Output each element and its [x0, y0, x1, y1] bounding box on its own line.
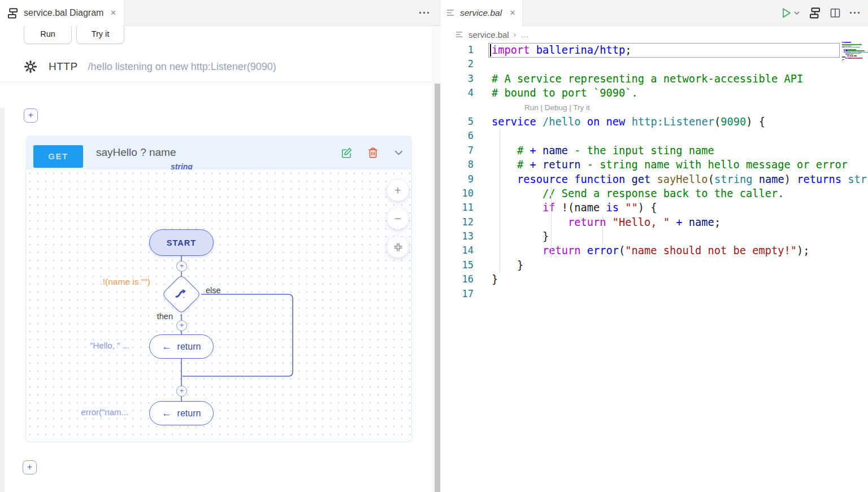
code-line[interactable]: 2: [441, 57, 868, 71]
resource-card-header: GET sayHello ? name string: [25, 136, 412, 169]
return-node-1[interactable]: ← return: [149, 334, 214, 359]
run-menu-button[interactable]: [780, 7, 800, 19]
diagram-canvas[interactable]: + − START +: [25, 169, 412, 442]
else-label: else: [206, 286, 221, 295]
code-line[interactable]: 14 return error("name should not be empt…: [441, 243, 868, 258]
diagram-panel: service.bal Diagram × ··· Run Try it: [0, 0, 441, 492]
breadcrumb[interactable]: service.bal › …: [441, 26, 868, 43]
tab-service-bal-diagram[interactable]: service.bal Diagram ×: [0, 0, 124, 26]
code-line[interactable]: 17: [441, 287, 868, 301]
diagram-icon: [7, 7, 19, 19]
line-number: 5: [441, 115, 474, 129]
line-number: 13: [441, 229, 474, 243]
line-number: 3: [441, 72, 474, 86]
editor-panel: service.bal ×: [441, 0, 868, 492]
chevron-down-icon: [793, 10, 800, 16]
edit-icon[interactable]: [341, 147, 353, 159]
line-number: 9: [441, 172, 474, 186]
code-line[interactable]: 15 }: [441, 258, 868, 272]
return-value-label-2: error("nam...: [47, 407, 128, 417]
scrollbar-thumb[interactable]: [435, 84, 440, 492]
resource-card: GET sayHello ? name string: [25, 136, 412, 442]
breadcrumb-more[interactable]: …: [520, 30, 528, 39]
codelens-actions[interactable]: Run | Debug | Try it: [441, 101, 868, 115]
panel-scrollbar[interactable]: [433, 26, 441, 492]
left-scrollbar-track[interactable]: [0, 108, 5, 492]
code-line[interactable]: 16}: [441, 272, 868, 286]
return-node-label: return: [177, 408, 201, 419]
code-line[interactable]: 10 // Send a response back to the caller…: [441, 186, 868, 201]
file-icon: [446, 9, 455, 17]
close-icon[interactable]: ×: [509, 7, 517, 19]
line-number: 12: [441, 215, 474, 229]
code-lines[interactable]: 1import ballerina/http;23# A service rep…: [441, 43, 868, 301]
tab-service-bal[interactable]: service.bal ×: [441, 0, 523, 26]
code-line[interactable]: 8 # + return - string name with hello me…: [441, 158, 868, 172]
more-actions-icon[interactable]: ···: [849, 7, 861, 19]
protocol-label: HTTP: [49, 60, 78, 73]
add-node-button-1[interactable]: +: [176, 261, 187, 272]
line-number: 7: [441, 143, 474, 158]
then-label: then: [139, 312, 173, 321]
more-actions-icon[interactable]: ···: [419, 7, 431, 19]
close-icon[interactable]: ×: [109, 7, 117, 19]
line-number: 2: [441, 57, 474, 71]
chevron-down-icon[interactable]: [393, 147, 404, 158]
flow-connectors: [26, 169, 411, 442]
http-method-badge[interactable]: GET: [33, 145, 83, 168]
code-line[interactable]: 4# bound to port `9090`.: [441, 86, 868, 100]
code-line[interactable]: 12 return "Hello, " + name;: [441, 215, 868, 229]
start-node[interactable]: START: [149, 229, 214, 256]
add-node-button-2[interactable]: +: [176, 320, 187, 331]
tab-title: service.bal Diagram: [24, 8, 103, 18]
line-number: 4: [441, 86, 474, 100]
line-number: 14: [441, 243, 474, 258]
return-arrow-icon: ←: [162, 408, 172, 419]
return-node-label: return: [177, 342, 201, 352]
add-node-button-3[interactable]: +: [176, 386, 187, 397]
listener-path-label: /hello listening on new http:Listener(90…: [88, 61, 276, 73]
line-number: 6: [441, 129, 474, 143]
line-number: 1: [441, 43, 474, 57]
vscode-split-view: service.bal Diagram × ··· Run Try it: [0, 0, 868, 492]
run-button[interactable]: Run: [24, 26, 72, 44]
text-cursor: [490, 44, 491, 56]
minimap[interactable]: [842, 41, 868, 66]
split-editor-icon[interactable]: [830, 7, 841, 19]
breadcrumb-file[interactable]: service.bal: [468, 30, 509, 40]
code-line[interactable]: 6: [441, 129, 868, 143]
code-line[interactable]: 7 # + name - the input sting name: [441, 143, 868, 158]
delete-icon[interactable]: [367, 147, 379, 159]
tab-title: service.bal: [460, 8, 502, 18]
show-diagram-icon[interactable]: [809, 7, 821, 19]
code-editor[interactable]: 1import ballerina/http;23# A service rep…: [441, 43, 868, 492]
breadcrumb-separator: ›: [514, 30, 517, 39]
branch-icon: [173, 286, 189, 302]
gear-icon[interactable]: [24, 60, 37, 73]
code-line[interactable]: 5service /hello on new http:Listener(909…: [441, 115, 868, 129]
add-resource-button-bottom[interactable]: +: [23, 460, 37, 474]
line-number: 15: [441, 258, 474, 272]
add-resource-button-top[interactable]: +: [24, 108, 38, 123]
line-number: 8: [441, 158, 474, 172]
try-it-button[interactable]: Try it: [76, 26, 124, 44]
code-line[interactable]: 1import ballerina/http;: [441, 43, 868, 57]
code-line[interactable]: 13 }: [441, 229, 868, 243]
return-value-label-1: "Hello, " ...: [57, 341, 129, 350]
return-arrow-icon: ←: [162, 341, 172, 352]
left-tab-bar: service.bal Diagram × ···: [0, 0, 441, 26]
line-number: 17: [441, 287, 474, 301]
code-line[interactable]: 11 if !(name is "") {: [441, 201, 868, 215]
condition-label: !(name is ""): [59, 277, 150, 287]
return-node-2[interactable]: ← return: [149, 401, 214, 425]
fit-to-screen-button[interactable]: [387, 236, 409, 258]
file-icon: [455, 31, 464, 38]
zoom-in-button[interactable]: +: [387, 180, 409, 201]
code-line[interactable]: 3# A service representing a network-acce…: [441, 72, 868, 86]
service-header-section: Run Try it HTTP: [0, 26, 433, 82]
code-line[interactable]: 9 resource function get sayHello(string …: [441, 172, 868, 186]
zoom-out-button[interactable]: −: [387, 208, 409, 229]
right-tab-bar: service.bal ×: [441, 0, 868, 26]
line-number: 11: [441, 201, 474, 215]
diagram-content: Run Try it HTTP: [0, 26, 433, 492]
